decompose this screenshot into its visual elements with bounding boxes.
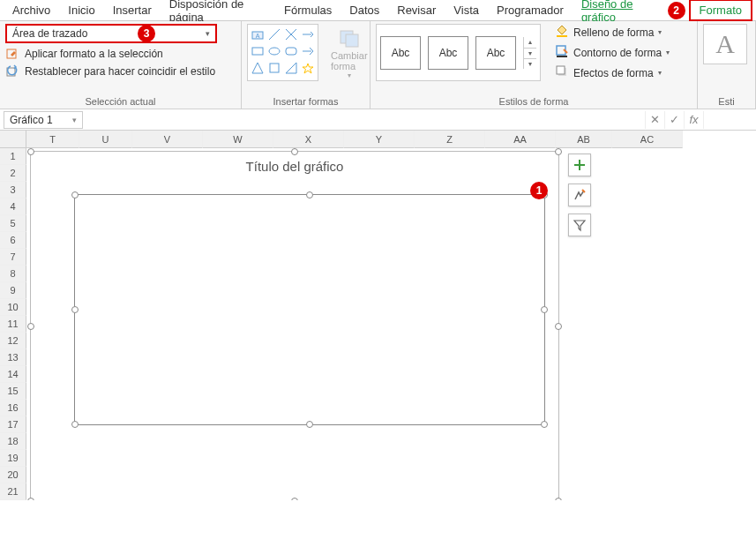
svg-rect-10 bbox=[286, 48, 296, 55]
shape-style-swatch[interactable]: Abc bbox=[380, 36, 421, 70]
chart-elements-button[interactable] bbox=[568, 154, 591, 176]
row-header[interactable]: 4 bbox=[0, 199, 26, 215]
formula-confirm-button[interactable]: ✓ bbox=[664, 111, 684, 129]
column-header[interactable]: W bbox=[203, 131, 273, 148]
ribbon-group-wordart: A Esti bbox=[698, 21, 756, 109]
chart-title[interactable]: Título del gráfico bbox=[31, 152, 558, 177]
row-header[interactable]: 2 bbox=[0, 165, 26, 182]
chevron-down-icon: ▾ bbox=[206, 29, 210, 38]
row-header[interactable]: 13 bbox=[0, 349, 26, 366]
chevron-down-icon: ▾ bbox=[658, 28, 662, 36]
chart-filter-button[interactable] bbox=[568, 214, 591, 236]
shape-fill-button[interactable]: Relleno de forma ▾ bbox=[555, 24, 670, 41]
menu-datos[interactable]: Datos bbox=[341, 1, 388, 19]
menu-formulas[interactable]: Fórmulas bbox=[275, 1, 341, 19]
row-header[interactable]: 5 bbox=[0, 215, 26, 232]
callout-1: 1 bbox=[530, 182, 548, 199]
menu-inicio[interactable]: Inicio bbox=[59, 1, 103, 19]
column-header[interactable]: V bbox=[132, 131, 203, 148]
row-header[interactable]: 8 bbox=[0, 266, 26, 282]
chart-element-selector[interactable]: Área de trazado 3 ▾ bbox=[5, 24, 217, 43]
chevron-down-icon: ▾ bbox=[666, 49, 670, 56]
row-header[interactable]: 17 bbox=[0, 416, 26, 433]
menu-programador[interactable]: Programador bbox=[488, 1, 573, 19]
chart-styles-button[interactable] bbox=[568, 184, 591, 206]
row-header[interactable]: 6 bbox=[0, 232, 26, 249]
svg-rect-8 bbox=[252, 48, 263, 55]
svg-text:A: A bbox=[256, 33, 260, 39]
menu-vista[interactable]: Vista bbox=[445, 1, 488, 19]
chart-legend[interactable] bbox=[31, 440, 558, 446]
row-header[interactable]: 12 bbox=[0, 333, 26, 349]
shape-outline-label: Contorno de forma bbox=[573, 47, 662, 59]
row-header[interactable]: 3 bbox=[0, 182, 26, 199]
plot-area[interactable] bbox=[75, 195, 544, 424]
x-axis bbox=[75, 426, 544, 440]
ribbon-group-insert-shapes-label: Insertar formas bbox=[247, 94, 364, 107]
chart-object[interactable]: Título del gráfico 1 bbox=[30, 151, 559, 500]
name-box[interactable]: Gráfico 1 ▾ bbox=[4, 111, 83, 129]
row-header[interactable]: 9 bbox=[0, 282, 26, 299]
svg-rect-14 bbox=[557, 35, 567, 37]
spreadsheet-grid: 123456789101112131415161718192021 TUVWXY… bbox=[0, 131, 756, 500]
column-header[interactable]: Z bbox=[415, 131, 485, 148]
menu-formato[interactable]: Formato bbox=[689, 0, 752, 21]
menu-insertar[interactable]: Insertar bbox=[104, 1, 161, 19]
ribbon: Área de trazado 3 ▾ Aplicar formato a la… bbox=[0, 21, 756, 109]
format-selection-button[interactable]: Aplicar formato a la selección bbox=[5, 47, 236, 61]
chevron-down-icon: ▾ bbox=[72, 116, 77, 124]
row-header[interactable]: 18 bbox=[0, 433, 26, 450]
formula-cancel-button[interactable]: ✕ bbox=[645, 111, 664, 129]
ribbon-group-selection: Área de trazado 3 ▾ Aplicar formato a la… bbox=[0, 21, 242, 109]
reset-style-label: Restablecer para hacer coincidir el esti… bbox=[25, 65, 215, 78]
row-header[interactable]: 19 bbox=[0, 450, 26, 467]
menu-archivo[interactable]: Archivo bbox=[4, 1, 59, 19]
row-header[interactable]: 16 bbox=[0, 400, 26, 416]
column-headers: TUVWXYZAAABAC bbox=[26, 131, 756, 148]
menu-bar: Archivo Inicio Insertar Disposición de p… bbox=[0, 0, 756, 21]
gallery-down-icon[interactable]: ▾ bbox=[524, 48, 536, 58]
column-header[interactable]: X bbox=[273, 131, 344, 148]
name-box-value: Gráfico 1 bbox=[10, 114, 53, 126]
column-header[interactable]: Y bbox=[344, 131, 415, 148]
format-selection-icon bbox=[5, 47, 19, 61]
row-header[interactable]: 11 bbox=[0, 316, 26, 333]
shapes-gallery[interactable]: A bbox=[247, 24, 318, 81]
ribbon-group-shape-styles: Abc Abc Abc ▴ ▾ ▾ Relleno de forma ▾ Con… bbox=[371, 21, 698, 109]
shape-effects-button[interactable]: Efectos de forma ▾ bbox=[555, 64, 670, 81]
callout-3: 3 bbox=[138, 25, 155, 42]
gallery-more-icon[interactable]: ▾ bbox=[524, 58, 536, 69]
row-header[interactable]: 10 bbox=[0, 299, 26, 316]
reset-style-button[interactable]: Restablecer para hacer coincidir el esti… bbox=[5, 64, 236, 79]
shape-style-swatch[interactable]: Abc bbox=[475, 36, 516, 70]
column-header[interactable]: AA bbox=[485, 131, 556, 148]
select-all-corner[interactable] bbox=[0, 131, 26, 148]
svg-rect-16 bbox=[557, 56, 567, 57]
reset-style-icon bbox=[5, 64, 19, 79]
gallery-up-icon[interactable]: ▴ bbox=[524, 37, 536, 48]
chevron-down-icon: ▾ bbox=[348, 71, 351, 79]
row-header[interactable]: 14 bbox=[0, 366, 26, 383]
shape-style-swatch[interactable]: Abc bbox=[428, 36, 468, 70]
shape-style-gallery[interactable]: Abc Abc Abc ▴ ▾ ▾ bbox=[376, 24, 541, 81]
row-header[interactable]: 7 bbox=[0, 249, 26, 266]
row-header[interactable]: 21 bbox=[0, 483, 26, 500]
wordart-style-swatch[interactable]: A bbox=[703, 24, 747, 64]
format-selection-label: Aplicar formato a la selección bbox=[25, 48, 163, 60]
insert-function-button[interactable]: fx bbox=[684, 111, 703, 129]
column-header[interactable]: AB bbox=[556, 131, 612, 148]
row-header[interactable]: 15 bbox=[0, 383, 26, 400]
menu-revisar[interactable]: Revisar bbox=[388, 1, 445, 19]
svg-rect-18 bbox=[557, 66, 565, 74]
column-header[interactable]: T bbox=[26, 131, 79, 148]
shape-outline-button[interactable]: Contorno de forma ▾ bbox=[555, 44, 670, 61]
row-header[interactable]: 20 bbox=[0, 467, 26, 483]
row-header[interactable]: 1 bbox=[0, 148, 26, 165]
svg-rect-13 bbox=[346, 34, 358, 47]
column-header[interactable]: AC bbox=[612, 131, 683, 148]
ribbon-group-insert-shapes: A Cambiar forma ▾ Insertar formas bbox=[242, 21, 371, 109]
callout-2: 2 bbox=[668, 2, 685, 19]
column-header[interactable]: U bbox=[79, 131, 132, 148]
chart-bars bbox=[76, 196, 543, 423]
row-headers: 123456789101112131415161718192021 bbox=[0, 131, 26, 500]
